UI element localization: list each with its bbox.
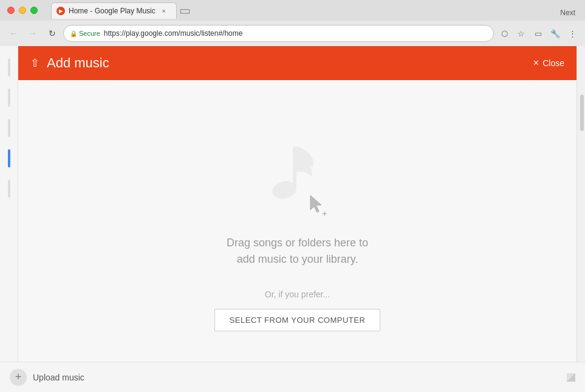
- drop-zone[interactable]: + Drag songs or folders here to add musi…: [18, 80, 576, 391]
- music-icon-container: +: [261, 140, 334, 225]
- close-panel-button[interactable]: × Close: [533, 58, 564, 69]
- window-maximize-button[interactable]: [30, 7, 38, 14]
- close-label: Close: [542, 58, 564, 68]
- upload-icon: ⇧: [30, 56, 39, 70]
- resize-handle[interactable]: [567, 373, 575, 382]
- tab-close-button[interactable]: ×: [159, 6, 169, 16]
- sidebar: [0, 46, 18, 391]
- window-minimize-button[interactable]: [19, 7, 26, 14]
- new-tab-button[interactable]: ▭: [177, 2, 194, 19]
- upload-music-label: Upload music: [33, 373, 84, 382]
- nav-right-icons: ⬡ ☆ ▭ 🔧 ⋮: [496, 25, 580, 41]
- close-x-icon: ×: [533, 58, 539, 69]
- sidebar-item-1: [8, 58, 10, 76]
- bookmark-button[interactable]: ☆: [513, 25, 529, 41]
- plus-icon: +: [322, 209, 327, 218]
- sidebar-item-active: [8, 149, 10, 167]
- next-label: Next: [560, 8, 575, 17]
- upload-circle-button[interactable]: +: [10, 369, 27, 386]
- bottom-bar: + Upload music: [0, 362, 585, 392]
- sidebar-item-2: [8, 89, 10, 107]
- address-bar-wrapper: 🔒 Secure: [63, 25, 494, 42]
- forward-icon: →: [29, 29, 37, 38]
- forward-button[interactable]: →: [24, 25, 41, 42]
- drag-text-line2: add music to your library.: [237, 253, 358, 265]
- cast-icon-button[interactable]: ⬡: [496, 25, 512, 41]
- refresh-icon: ↻: [49, 29, 56, 38]
- tab-bar: ▶ Home - Google Play Music × ▭: [51, 2, 578, 19]
- nav-bar: ← → ↻ 🔒 Secure ⬡ ☆ ▭ 🔧: [0, 21, 585, 46]
- address-input[interactable]: [104, 29, 487, 38]
- bookmark-icon: ☆: [518, 29, 525, 38]
- drag-text-line1: Drag songs or folders here to: [227, 237, 368, 249]
- tab-title: Home - Google Play Music: [69, 7, 156, 15]
- extensions-button[interactable]: 🔧: [547, 25, 563, 41]
- cursor-overlay: +: [308, 194, 325, 216]
- back-icon: ←: [9, 29, 18, 38]
- scrollbar-thumb[interactable]: [580, 95, 584, 131]
- browser-tab[interactable]: ▶ Home - Google Play Music ×: [51, 2, 177, 19]
- svg-marker-2: [310, 195, 321, 212]
- upload-circle-icon: +: [15, 371, 22, 384]
- screencast-button[interactable]: ▭: [530, 25, 546, 41]
- panel-header-left: ⇧ Add music: [30, 55, 109, 71]
- window-close-button[interactable]: [7, 7, 15, 14]
- secure-label: Secure: [79, 30, 100, 37]
- refresh-button[interactable]: ↻: [44, 25, 61, 42]
- panel-header: ⇧ Add music × Close: [18, 46, 576, 80]
- lock-icon: 🔒: [70, 30, 77, 37]
- screencast-icon: ▭: [535, 29, 542, 38]
- select-from-computer-button[interactable]: SELECT FROM YOUR COMPUTER: [214, 309, 381, 331]
- drag-text: Drag songs or folders here to add music …: [227, 235, 368, 268]
- svg-rect-0: [293, 146, 296, 189]
- scrollbar-area: [576, 46, 585, 391]
- main-content: ⇧ Add music × Close: [0, 46, 585, 391]
- sidebar-item-5: [8, 180, 10, 198]
- puzzle-icon: 🔧: [550, 29, 560, 38]
- panel-title: Add music: [47, 55, 109, 71]
- or-text: Or, if you prefer...: [265, 289, 330, 299]
- tab-favicon: ▶: [56, 7, 65, 15]
- sidebar-item-3: [8, 119, 10, 137]
- secure-badge: 🔒 Secure: [70, 30, 100, 37]
- add-music-panel: ⇧ Add music × Close: [18, 46, 576, 391]
- menu-button[interactable]: ⋮: [564, 25, 580, 41]
- cast-icon: ⬡: [501, 29, 508, 38]
- back-button[interactable]: ←: [5, 25, 22, 42]
- more-icon: ⋮: [569, 29, 576, 38]
- window-controls: [7, 7, 38, 14]
